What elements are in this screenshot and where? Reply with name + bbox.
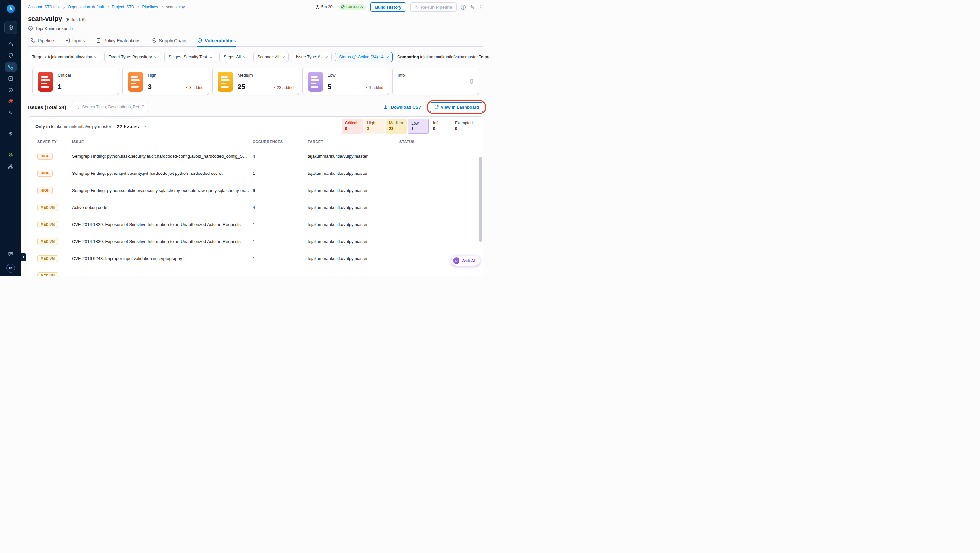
severity-card-critical[interactable]: Critical 1	[32, 68, 119, 95]
chip-label: Critical	[345, 120, 360, 126]
severity-card-high[interactable]: High 3 ▲3 added	[123, 68, 209, 95]
topbar-actions: 5m 20s ✓ SUCCESS Build History ↻ Re-run …	[315, 2, 484, 12]
chip-value: 3	[367, 126, 382, 132]
chevron-down-icon	[282, 57, 284, 58]
table-row[interactable]: HIGH Semgrep Finding: python.jwt.securit…	[32, 165, 479, 182]
tab-supply-chain[interactable]: Supply Chain	[152, 35, 186, 46]
layers-icon[interactable]	[5, 150, 17, 159]
chip-medium[interactable]: Medium 23	[386, 119, 407, 134]
chip-label: Exempted	[455, 120, 473, 126]
tab-pipeline[interactable]: Pipeline	[30, 35, 54, 46]
rerun-pipeline-button[interactable]: ↻ Re-run Pipeline	[410, 2, 457, 12]
severity-card-info[interactable]: Info 0	[392, 68, 479, 95]
table-row[interactable]: MEDIUM CVE-2016-9243: Improper input val…	[32, 250, 479, 267]
settings-gear-icon[interactable]: ⚙	[5, 129, 17, 138]
sync-icon[interactable]: ↻	[5, 108, 17, 118]
chip-value: 0	[455, 126, 473, 132]
added-count: ▲1 added	[365, 85, 383, 90]
severity-badge: HIGH	[37, 153, 53, 160]
download-csv-button[interactable]: Download CSV	[383, 105, 421, 110]
issue-title: CVE-2014-1830: Exposure of Sensitive Inf…	[72, 239, 249, 244]
build-history-button[interactable]: Build History	[370, 2, 406, 12]
table-row[interactable]: MEDIUM	[32, 267, 479, 276]
view-in-dashboard-button[interactable]: View in Dashboard	[430, 102, 484, 112]
sidebar-flyout-handle[interactable]	[21, 253, 26, 261]
chip-critical[interactable]: Critical 0	[342, 119, 363, 134]
filter-status[interactable]: Status ⓘ: Active (34) +4	[335, 52, 393, 62]
kebab-menu-icon[interactable]: ⋮	[479, 5, 484, 10]
ask-ai-button[interactable]: ☺ Ask AI	[451, 256, 480, 266]
chip-exempted[interactable]: Exempted 0	[452, 119, 476, 134]
filter-targets[interactable]: Targets: tejakummarikuntla/vulpy	[28, 52, 101, 62]
search-icon	[75, 105, 80, 109]
breadcrumb-separator-icon	[161, 5, 163, 9]
table-row[interactable]: MEDIUM Active debug code 4 tejakummariku…	[32, 199, 479, 216]
breadcrumb-account[interactable]: Account: STO test	[28, 5, 60, 9]
status-badge: ✓ SUCCESS	[339, 4, 366, 10]
chip-value: 0	[433, 126, 447, 132]
tab-policy-evaluations[interactable]: Policy Evaluations	[96, 35, 141, 46]
severity-name: Info	[398, 72, 405, 91]
topbar: Account: STO test Organization: default …	[28, 0, 484, 14]
issues-table: SEVERITY ISSUE OCCURRENCES TARGET STATUS…	[28, 136, 483, 276]
severity-count: 1	[58, 83, 62, 90]
issues-search[interactable]	[72, 102, 148, 112]
info-icon[interactable]: ⓘ	[461, 5, 466, 10]
occurrences: 1	[253, 239, 304, 244]
org-hierarchy-icon[interactable]	[5, 162, 17, 171]
severity-card-low[interactable]: Low 5 ▲1 added	[302, 68, 389, 95]
collapse-chevron-up-icon[interactable]	[144, 125, 146, 128]
severity-count: 5	[328, 83, 332, 90]
severity-name: Medium	[237, 73, 293, 78]
table-row[interactable]: MEDIUM CVE-2014-1830: Exposure of Sensit…	[32, 233, 479, 250]
tab-label: Pipeline	[38, 38, 54, 43]
home-icon[interactable]	[5, 39, 17, 49]
eye-off-sto-icon[interactable]	[5, 97, 17, 106]
tab-label: Supply Chain	[159, 38, 186, 43]
filter-scanner[interactable]: Scanner: All	[253, 52, 289, 62]
user-avatar[interactable]: TK	[6, 264, 15, 273]
tab-vulnerabilities[interactable]: Vulnerabilities	[197, 35, 236, 46]
security-scan-icon[interactable]	[5, 51, 17, 60]
breadcrumb-separator-icon	[63, 5, 65, 9]
critical-severity-icon	[38, 72, 53, 92]
filter-issue-type[interactable]: Issue Type: All	[292, 52, 332, 62]
chip-low[interactable]: Low 1	[408, 119, 429, 134]
col-severity: SEVERITY	[37, 140, 69, 144]
table-scrollbar[interactable]	[479, 157, 482, 242]
breadcrumb-separator-icon	[137, 5, 139, 9]
filter-target-type[interactable]: Target Type: Repository	[104, 52, 161, 62]
chip-info[interactable]: Info 0	[430, 119, 451, 134]
severity-card-body: Critical 1	[58, 72, 113, 91]
executions-icon[interactable]	[5, 74, 17, 83]
table-row[interactable]: HIGH Semgrep Finding: python.flask.secur…	[32, 148, 479, 165]
module-selector[interactable]	[4, 21, 18, 34]
pipelines-icon[interactable]	[5, 62, 17, 72]
severity-card-medium[interactable]: Medium 25 ▲23 added	[212, 68, 299, 95]
breadcrumb-pipelines[interactable]: Pipelines	[142, 5, 158, 9]
status-text: SUCCESS	[346, 5, 363, 9]
filter-steps[interactable]: Steps: All	[220, 52, 250, 62]
table-row[interactable]: HIGH Semgrep Finding: python.sqlalchemy.…	[32, 182, 479, 199]
breadcrumb-org[interactable]: Organization: default	[68, 5, 104, 9]
issues-actions: Download CSV View in Dashboard	[383, 102, 484, 112]
table-row[interactable]: MEDIUM CVE-2014-1829: Exposure of Sensit…	[32, 216, 479, 233]
breadcrumb-project[interactable]: Project: STO	[112, 5, 134, 9]
ai-bot-icon: ☺	[453, 257, 460, 264]
low-severity-icon	[308, 72, 323, 92]
search-input[interactable]	[82, 105, 144, 109]
deployments-target-icon[interactable]	[5, 85, 17, 94]
severity-card-body: High 3 ▲3 added	[148, 72, 204, 91]
harness-logo[interactable]	[6, 4, 16, 14]
policy-evaluations-tab-icon	[96, 38, 101, 43]
target: tejakummarikuntla/vulpy:master	[308, 188, 396, 193]
filter-stages[interactable]: Stages: Security Test	[164, 52, 216, 62]
filter-label: Target Type: Repository	[108, 55, 152, 59]
occurrences: 4	[253, 205, 304, 210]
chip-high[interactable]: High 3	[364, 119, 385, 134]
tab-inputs[interactable]: Inputs	[65, 35, 85, 46]
edit-pencil-icon[interactable]: ✎	[470, 5, 474, 10]
issue-title: CVE-2014-1829: Exposure of Sensitive Inf…	[72, 222, 249, 227]
chat-feedback-icon[interactable]	[5, 249, 17, 259]
filter-label: Stages: Security Test	[169, 55, 207, 59]
